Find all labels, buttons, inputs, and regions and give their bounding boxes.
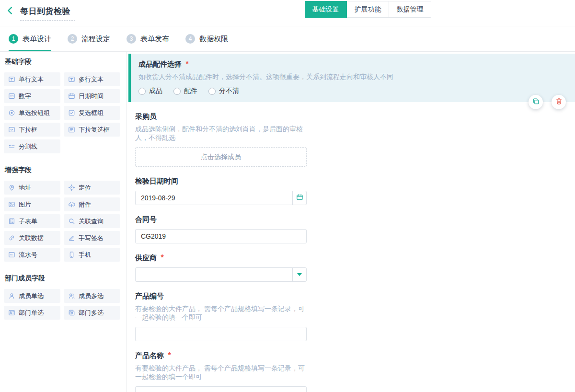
field-type-button[interactable]: 分割线 [4,139,60,153]
page-title: 每日到货检验 [20,7,70,16]
field-label: 采购员 [135,112,307,121]
field-type-button[interactable]: 附件 [64,197,120,211]
caret-down-icon [297,273,302,276]
field-type-button[interactable]: 手写签名 [64,231,120,245]
field-label: 产品编号 [135,292,307,301]
field-description: 有要检验的大件产品， 需每个产品规格填写一条记录，可一起检验的填一个即可 [135,305,307,322]
field-type-button[interactable]: 下拉复选框 [64,123,120,137]
dept-multi-icon [68,309,75,316]
subform-icon [8,218,15,225]
field-label: 检验日期时间 [135,177,307,186]
radio-option-row: 成品 配件 分不清 [138,87,567,95]
step-item[interactable]: 4 数据权限 [185,26,228,51]
radio-option[interactable]: 分不清 [208,87,239,95]
field-type-button[interactable]: 123 数字 [4,89,60,103]
field-action-buttons [529,95,566,109]
field-card-buyer[interactable]: 采购员 成品选陈俐俐，配件和分不清的选刘肖肖，是后面的审核人，不得乱选 点击选择… [135,112,307,167]
field-description: 有要检验的大件产品， 需每个产品规格填写一条记录，可一起检验的填一个即可 [135,364,307,381]
radio-circle-icon[interactable] [173,88,181,95]
field-type-button[interactable]: 部门单选 [4,306,60,320]
settings-tab[interactable]: 扩展功能 [347,1,389,18]
radio-circle-icon[interactable] [208,88,216,95]
supplier-select-input[interactable] [136,268,292,281]
contract-no-input[interactable] [135,229,307,243]
field-type-button[interactable]: NO. 流水号 [4,248,60,262]
field-type-button[interactable]: 手机 [64,248,120,262]
field-type-label: 手机 [79,251,91,259]
field-library-sidebar: 基础字段 单行文本 多行文本 [0,52,126,392]
form-title-wrap[interactable]: 每日到货检验 [20,4,75,21]
member-picker-text: 点击选择成员 [201,153,241,161]
field-label: 供应商 [135,254,157,262]
step-label: 数据权限 [199,35,228,44]
field-card-supplier[interactable]: 供应商 * [135,254,307,282]
sidebar-section-title: 基础字段 [5,58,126,66]
calendar-icon [296,194,303,203]
field-card-inspect-date[interactable]: 检验日期时间 [135,177,307,205]
copy-field-button[interactable] [529,95,543,109]
step-number-badge: 2 [68,34,77,44]
radio-option[interactable]: 配件 [173,87,197,95]
calendar-button[interactable] [292,191,306,205]
field-type-button[interactable]: 关联数据 [4,231,60,245]
field-card-product-part-choice[interactable]: 成品配件选择 * 如收货人分不清成品配件时，选择分不清。这项很重要，关系到流程走… [128,54,575,102]
field-type-button[interactable]: 日期时间 [64,89,120,103]
step-item[interactable]: 2 流程设定 [68,26,110,51]
field-type-button[interactable]: 成员单选 [4,289,60,303]
field-type-label: 数字 [19,92,31,101]
settings-tab[interactable]: 数据管理 [389,1,431,18]
field-type-label: 单行文本 [19,75,44,84]
field-description: 成品选陈俐俐，配件和分不清的选刘肖肖，是后面的审核人，不得乱选 [135,125,307,142]
link-data-icon [8,234,15,242]
svg-text:NO.: NO. [10,254,14,256]
sidebar-section-title: 增强字段 [5,166,126,174]
address-icon [8,184,15,191]
product-name-input[interactable] [135,386,307,392]
header: 每日到货检验 基础设置 扩展功能 数据管理 [0,0,575,26]
supplier-select[interactable] [135,267,307,282]
sidebar-section-title: 部门成员字段 [5,274,126,283]
date-input[interactable] [136,191,292,205]
trash-icon [555,98,563,107]
sidebar-section-dept-member: 部门成员字段 成员单选 成员多选 [4,274,126,320]
field-type-button[interactable]: 图片 [4,197,60,211]
copy-icon [532,98,540,107]
field-type-button[interactable]: 地址 [4,181,60,195]
field-type-label: 关联查询 [79,217,104,226]
step-item[interactable]: 1 表单设计 [9,26,51,51]
settings-tab-label: 扩展功能 [355,5,381,14]
field-card-product-code[interactable]: 产品编号 有要检验的大件产品， 需每个产品规格填写一条记录，可一起检验的填一个即… [135,292,307,341]
field-type-button[interactable]: 部门多选 [64,306,120,320]
dropdown-button[interactable] [292,268,306,281]
back-button[interactable] [0,1,20,22]
settings-tab-group: 基础设置 扩展功能 数据管理 [305,1,431,18]
member-picker-button[interactable]: 点击选择成员 [135,147,307,167]
field-type-button[interactable]: 关联查询 [64,214,120,228]
field-type-button[interactable]: 成员多选 [64,289,120,303]
field-type-button[interactable]: 子表单 [4,214,60,228]
field-type-button[interactable]: 单行文本 [4,72,60,86]
image-icon [8,201,15,208]
field-type-button[interactable]: 下拉框 [4,123,60,137]
field-type-label: 子表单 [19,217,37,226]
step-label: 表单发布 [140,35,169,44]
radio-circle-icon[interactable] [138,88,146,95]
link-query-icon [68,218,75,225]
settings-tab[interactable]: 基础设置 [305,1,347,18]
location-icon [68,184,75,191]
product-code-input[interactable] [135,327,307,341]
field-type-button[interactable]: 多行文本 [64,72,120,86]
delete-field-button[interactable] [552,95,566,109]
field-type-button[interactable]: 复选框组 [64,106,120,120]
field-type-button[interactable]: 单选按钮组 [4,106,60,120]
field-card-contract-no[interactable]: 合同号 [135,215,307,243]
field-type-label: 部门多选 [79,309,104,317]
field-type-button[interactable]: 定位 [64,181,120,195]
field-card-product-name[interactable]: 产品名称 * 有要检验的大件产品， 需每个产品规格填写一条记录，可一起检验的填一… [135,351,307,392]
radio-option-label: 分不清 [219,87,239,95]
dept-single-icon [8,309,15,316]
sidebar-section-basic: 基础字段 单行文本 多行文本 [4,58,126,153]
radio-option[interactable]: 成品 [138,87,162,95]
step-item[interactable]: 3 表单发布 [126,26,169,51]
settings-tab-label: 数据管理 [397,5,424,14]
